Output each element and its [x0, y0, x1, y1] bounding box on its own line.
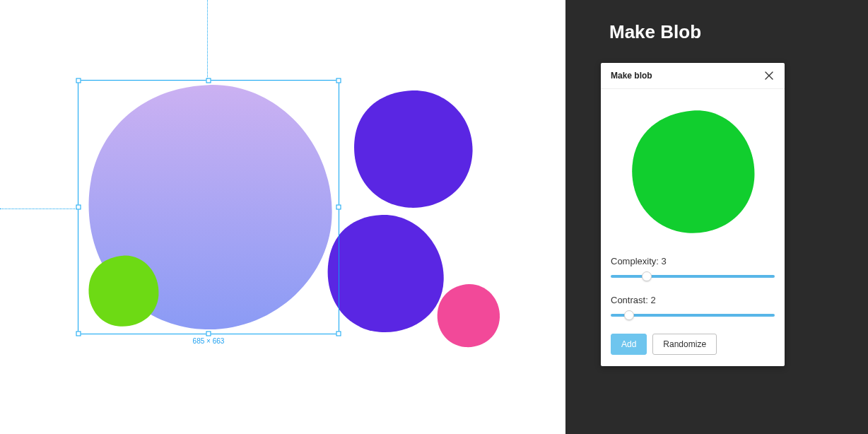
canvas[interactable]: 685 × 663 [0, 0, 565, 434]
selection-handle-ne[interactable] [336, 78, 341, 83]
slider-track [611, 314, 775, 317]
panel-title: Make blob [611, 71, 652, 81]
preview-blob-icon [626, 104, 760, 238]
blob-pink[interactable] [433, 280, 503, 351]
add-button[interactable]: Add [611, 334, 647, 355]
plugin-sidebar: Make Blob Make blob Complexity: 3 [565, 0, 868, 434]
horizontal-guide [0, 209, 78, 209]
complexity-slider[interactable] [611, 271, 775, 282]
selection-handle-s[interactable] [206, 332, 211, 336]
contrast-slider[interactable] [611, 310, 775, 321]
contrast-slider-thumb[interactable] [624, 310, 634, 320]
selection-handle-sw[interactable] [76, 332, 81, 336]
selection-handle-n[interactable] [206, 78, 211, 83]
blob-purple-top[interactable] [343, 84, 481, 213]
selection-handle-e[interactable] [336, 205, 341, 210]
blob-preview [611, 100, 775, 242]
panel-header: Make blob [601, 63, 785, 89]
complexity-slider-thumb[interactable] [642, 271, 652, 281]
vertical-guide [207, 0, 208, 80]
sidebar-title: Make Blob [609, 21, 840, 43]
selection-bounding-box[interactable]: 685 × 663 [78, 80, 339, 334]
randomize-button[interactable]: Randomize [652, 334, 717, 355]
blob-purple-bottom[interactable] [322, 203, 447, 343]
make-blob-panel: Make blob Complexity: 3 [601, 63, 785, 366]
slider-track [611, 275, 775, 278]
selection-dimensions-label: 685 × 663 [193, 337, 225, 345]
selection-handle-se[interactable] [336, 332, 341, 336]
contrast-label: Contrast: 2 [611, 295, 775, 305]
selection-handle-nw[interactable] [76, 78, 81, 83]
close-icon[interactable] [763, 70, 775, 81]
complexity-label: Complexity: 3 [611, 256, 775, 266]
selection-handle-w[interactable] [76, 205, 81, 210]
